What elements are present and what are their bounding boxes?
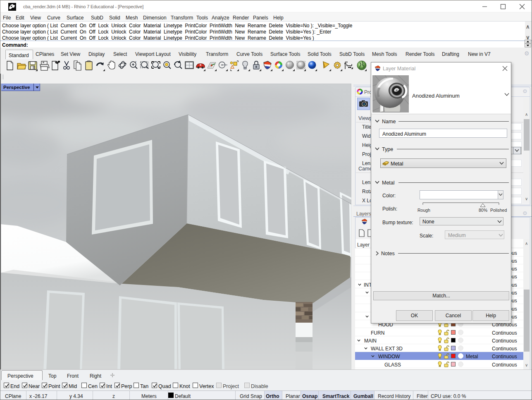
svg-text:+: +: [135, 60, 137, 64]
